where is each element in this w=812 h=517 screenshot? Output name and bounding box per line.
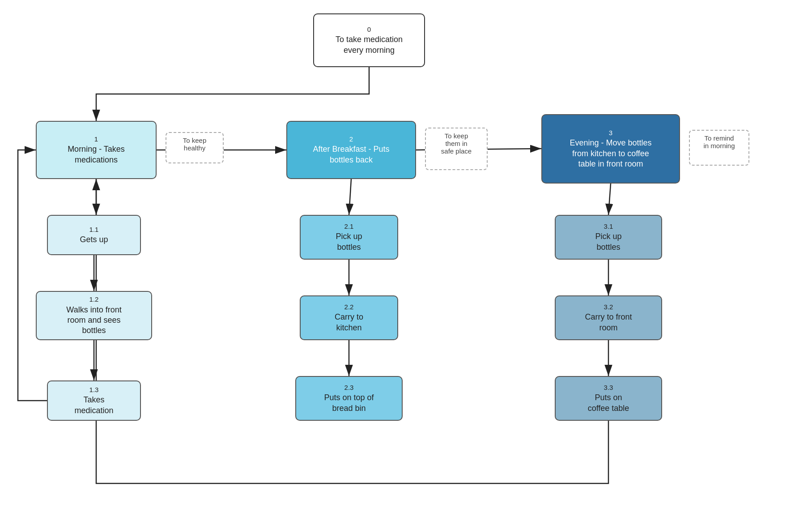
node-32-id: 3.2 bbox=[604, 303, 613, 312]
node-33: 3.3 Puts oncoffee table bbox=[555, 376, 662, 421]
node-31-label: Pick upbottles bbox=[595, 231, 621, 252]
node-11-label: Gets up bbox=[80, 235, 108, 245]
node-21-label: Pick upbottles bbox=[336, 231, 362, 252]
node-23: 2.3 Puts on top ofbread bin bbox=[295, 376, 403, 421]
node-2: 2 After Breakfast - Putsbottles back bbox=[286, 121, 416, 179]
node-3-note: To remindin morning bbox=[689, 130, 749, 166]
node-31: 3.1 Pick upbottles bbox=[555, 215, 662, 260]
node-2-id: 2 bbox=[349, 135, 353, 144]
node-12: 1.2 Walks into frontroom and seesbottles bbox=[36, 291, 152, 340]
node-1: 1 Morning - Takesmedications bbox=[36, 121, 157, 179]
node-13-id: 1.3 bbox=[89, 385, 99, 394]
node-32: 3.2 Carry to frontroom bbox=[555, 295, 662, 340]
node-22-id: 2.2 bbox=[344, 303, 354, 312]
node-32-label: Carry to frontroom bbox=[585, 312, 632, 333]
node-11: 1.1 Gets up bbox=[47, 215, 141, 255]
node-33-id: 3.3 bbox=[604, 383, 613, 392]
node-11-id: 1.1 bbox=[89, 225, 99, 234]
node-22-label: Carry tokitchen bbox=[335, 312, 363, 333]
node-1-id: 1 bbox=[94, 135, 98, 144]
node-0-label: To take medicationevery morning bbox=[336, 34, 403, 56]
node-23-label: Puts on top ofbread bin bbox=[324, 393, 374, 414]
node-3-label: Evening - Move bottlesfrom kitchen to co… bbox=[570, 138, 651, 169]
node-3-id: 3 bbox=[609, 128, 612, 137]
node-23-id: 2.3 bbox=[344, 383, 354, 392]
node-0-id: 0 bbox=[367, 25, 371, 34]
node-13-label: Takesmedication bbox=[74, 395, 113, 416]
arrows-svg bbox=[0, 0, 812, 517]
node-21: 2.1 Pick upbottles bbox=[300, 215, 398, 260]
node-2-note: To keepthem insafe place bbox=[425, 128, 488, 170]
node-2-label: After Breakfast - Putsbottles back bbox=[313, 144, 389, 165]
node-21-id: 2.1 bbox=[344, 222, 354, 231]
node-22: 2.2 Carry tokitchen bbox=[300, 295, 398, 340]
node-12-id: 1.2 bbox=[89, 295, 99, 304]
node-3: 3 Evening - Move bottlesfrom kitchen to … bbox=[541, 114, 680, 184]
diagram: 0 To take medicationevery morning 1 Morn… bbox=[0, 0, 812, 517]
node-1-label: Morning - Takesmedications bbox=[68, 144, 125, 165]
node-12-label: Walks into frontroom and seesbottles bbox=[66, 305, 121, 336]
node-31-id: 3.1 bbox=[604, 222, 613, 231]
node-1-note: To keephealthy bbox=[166, 132, 224, 163]
node-0: 0 To take medicationevery morning bbox=[313, 13, 425, 67]
node-33-label: Puts oncoffee table bbox=[588, 393, 629, 414]
node-13: 1.3 Takesmedication bbox=[47, 380, 141, 421]
